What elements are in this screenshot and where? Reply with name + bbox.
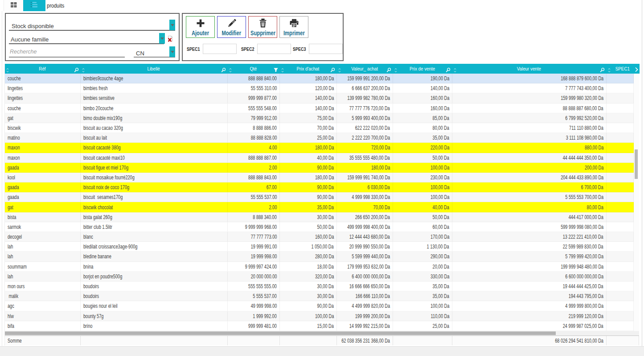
cell-prix_vente[interactable]: 35,00 Da	[393, 281, 452, 291]
cell-prix_achat[interactable]: 50,00 Da	[280, 222, 337, 232]
cell-prix_achat[interactable]: 140,00 Da	[280, 93, 337, 103]
cell-valeur_achat[interactable]: 35 555 555 480,00 Da	[337, 153, 393, 163]
cell-valeur_vente[interactable]: 711 110 880,00 Da	[452, 123, 607, 133]
cell-qte[interactable]: 888 888 887.00	[228, 153, 280, 163]
cell-prix_vente[interactable]: 100,00 Da	[393, 192, 452, 202]
cell-ref[interactable]: lingettes	[5, 83, 81, 93]
cell-libelle[interactable]: bledilait croissance3age-900g	[81, 242, 228, 252]
cell-ref[interactable]: bista	[5, 212, 81, 222]
cell-valeur_vente[interactable]: 19 444 444 425,00 Da	[452, 281, 607, 291]
cell-spec1[interactable]	[607, 74, 634, 83]
cell-libelle[interactable]: blanc	[81, 232, 228, 242]
table-row[interactable]: gaadabiscuit noix de coco 170g67.0090,00…	[5, 182, 634, 192]
cell-prix_achat[interactable]: 320,00 Da	[280, 272, 337, 281]
cell-valeur_vente[interactable]: 88 888 887 680,00 Da	[452, 103, 607, 113]
cell-libelle[interactable]: bnina	[81, 262, 228, 272]
cell-qte[interactable]: 19 999 991.00	[228, 242, 280, 252]
spec1-input[interactable]	[203, 44, 237, 54]
column-header-valeur_vente[interactable]: Valeur vente	[452, 64, 607, 74]
cell-prix_achat[interactable]: 120,00 Da	[280, 83, 337, 93]
cell-prix_vente[interactable]: 190,00 Da	[393, 74, 452, 83]
cell-valeur_vente[interactable]: 6 799 992 520,00 Da	[452, 113, 607, 123]
cell-valeur_vente[interactable]: 200,00 Da	[452, 163, 607, 173]
table-row[interactable]: lahborjot en poudre500g20 000 000.00320,…	[5, 272, 634, 281]
cell-valeur_achat[interactable]: 70,00 Da	[337, 202, 393, 212]
cell-spec1[interactable]	[607, 113, 634, 123]
cell-qte[interactable]: 1 999 992.00	[228, 311, 280, 321]
cell-valeur_vente[interactable]: 22 599 989 830,00 Da	[452, 242, 607, 252]
cell-prix_vente[interactable]: 60,00 Da	[393, 222, 452, 232]
cell-prix_vente[interactable]: 80,00 Da	[393, 123, 452, 133]
cell-prix_achat[interactable]: 100,00 Da	[280, 311, 337, 321]
cell-prix_vente[interactable]: 330,00 Da	[393, 272, 452, 281]
cell-qte[interactable]: 20 000 000.00	[228, 272, 280, 281]
cell-valeur_vente[interactable]: 6 700,00 Da	[452, 182, 607, 192]
cell-qte[interactable]: 88 888 828.00	[228, 133, 280, 143]
table-row[interactable]: maxonbiscuit cacaoté maxi10888 888 887.0…	[5, 153, 634, 163]
cell-spec1[interactable]	[607, 252, 634, 261]
cell-valeur_achat[interactable]: 499 999 998 400,00 Da	[337, 222, 393, 232]
cell-valeur_vente[interactable]: 6 600 000 000,00 Da	[452, 272, 607, 281]
famille-dropdown-button[interactable]	[159, 33, 165, 44]
cell-qte[interactable]: 9 999 999 968.00	[228, 222, 280, 232]
cell-prix_vente[interactable]: 50,00 Da	[393, 212, 452, 222]
cell-spec1[interactable]	[607, 321, 634, 331]
cell-spec1[interactable]	[607, 192, 634, 202]
cell-prix_achat[interactable]: 280,00 Da	[280, 252, 337, 261]
cell-ref[interactable]: lingettes	[5, 93, 81, 103]
cell-qte[interactable]: 77 777 773.00	[228, 232, 280, 242]
table-row[interactable]: mon oursboudoirs555 555 555.0030,00 Da16…	[5, 281, 634, 291]
imprimer-button[interactable]: Imprimer	[279, 16, 308, 38]
cell-valeur_vente[interactable]: 5 555 553 700,00 Da	[452, 192, 607, 202]
cell-qte[interactable]: 9 999 997 424.00	[228, 262, 280, 272]
cell-qte[interactable]: 5 555 537.00	[228, 291, 280, 301]
vertical-scrollbar[interactable]	[634, 74, 639, 331]
table-row[interactable]: malikboudoirs5 555 537.0030,00 Da166 666…	[5, 291, 634, 301]
cell-qte[interactable]: 888 888 843.00	[228, 173, 280, 182]
cell-valeur_vente[interactable]: 3 111 108 980,00 Da	[452, 133, 607, 143]
cell-prix_achat[interactable]: 180,00 Da	[280, 173, 337, 182]
cell-prix_vente[interactable]: 110,00 Da	[393, 311, 452, 321]
cell-prix_vente[interactable]: 100,00 Da	[393, 301, 452, 311]
cell-valeur_vente[interactable]: 444 417 000,00 Da	[452, 212, 607, 222]
cell-valeur_achat[interactable]: 20 999 990 550,00 Da	[337, 242, 393, 252]
cell-libelle[interactable]: boudoirs	[81, 281, 228, 291]
column-header-prix_achat[interactable]: Prix d'achat	[280, 64, 337, 74]
column-header-qte[interactable]: Qté	[228, 64, 280, 74]
cell-ref[interactable]: maxon	[5, 143, 81, 153]
cell-valeur_achat[interactable]: 166 666 110,00 Da	[337, 291, 393, 301]
cell-prix_vente[interactable]: 25,00 Da	[393, 321, 452, 331]
table-row[interactable]: bifabrino999 999 481.0015,00 Da14 999 99…	[5, 321, 634, 331]
cell-libelle[interactable]: bimbies9couche 4age	[81, 74, 228, 83]
cell-prix_achat[interactable]: 90,00 Da	[280, 192, 337, 202]
column-header-libelle[interactable]: Libellé	[81, 64, 228, 74]
cell-valeur_achat[interactable]: 14 999 992 215,00 Da	[337, 321, 393, 331]
cell-prix_vente[interactable]: 160,00 Da	[393, 93, 452, 103]
cell-valeur_achat[interactable]: 180,00 Da	[337, 163, 393, 173]
cell-valeur_vente[interactable]: 80,00 Da	[452, 202, 607, 212]
cell-prix_vente[interactable]: 1 130,00 Da	[393, 242, 452, 252]
cell-valeur_vente[interactable]: 7 777 743 400,00 Da	[452, 83, 607, 93]
cell-ref[interactable]: malik	[5, 291, 81, 301]
stock-filter-value[interactable]: Stock disponible	[12, 23, 54, 29]
cell-libelle[interactable]: biscuit noix de coco 170g	[81, 182, 228, 192]
table-row[interactable]: gatbimo double mix190g79 999 912.0075,00…	[5, 113, 634, 123]
cell-libelle[interactable]: bimbo 20couche	[81, 103, 228, 113]
cell-qte[interactable]: 55 555 310.00	[228, 83, 280, 93]
table-row[interactable]: couchebimbo 20couche555 555 548.00140,00…	[5, 103, 634, 113]
cell-qte[interactable]: 2.00	[228, 202, 280, 212]
table-row[interactable]: agcbougies nour el leil49 999 998.0090,0…	[5, 301, 634, 311]
cell-qte[interactable]: 2.00	[228, 163, 280, 173]
cell-qte[interactable]: 555 555 555.00	[228, 281, 280, 291]
cell-libelle[interactable]: biscuit au lait	[81, 133, 228, 143]
cell-libelle[interactable]: biscuit cacaoté maxi10	[81, 153, 228, 163]
cell-prix_vente[interactable]: 40,00 Da	[393, 202, 452, 212]
cell-qte[interactable]: 999 999 877.00	[228, 93, 280, 103]
cell-libelle[interactable]: bledine banane	[81, 252, 228, 261]
cell-qte[interactable]: 8 888 340.00	[228, 212, 280, 222]
table-row[interactable]: lingettesbimbies sensitive999 999 877.00…	[5, 93, 634, 103]
table-row[interactable]: maxonbiscuit cacaoté 380g4.00180,00 Da72…	[5, 143, 634, 153]
cell-valeur_achat[interactable]: 4 499 999 820,00 Da	[337, 301, 393, 311]
cell-prix_achat[interactable]: 90,00 Da	[280, 182, 337, 192]
stock-dropdown-button[interactable]	[169, 20, 175, 30]
